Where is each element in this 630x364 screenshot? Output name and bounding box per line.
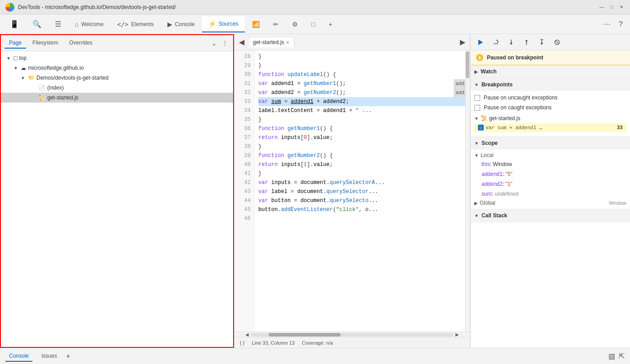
tab-add[interactable]: +	[322, 16, 338, 32]
svg-marker-4	[510, 43, 513, 45]
window-controls[interactable]: — □ ✕	[598, 4, 625, 10]
resume-button[interactable]	[474, 36, 487, 49]
breakpoints-content: Pause on uncaught exceptions Pause on ca…	[471, 91, 630, 136]
main-area: Page Filesystem Overrides ⌄ ⋮ ▼ □ top ▼ …	[0, 34, 630, 348]
editor-nav-right[interactable]: ▶	[457, 38, 468, 46]
scrollbar-track	[251, 333, 454, 337]
bp-entry-text: var sum = addend1 …	[486, 125, 615, 130]
tab-application[interactable]: □	[305, 16, 321, 32]
scope-key-sum: sum	[482, 191, 492, 197]
watch-section-header[interactable]: ▶ Watch	[471, 65, 630, 78]
step-into-button[interactable]	[505, 36, 518, 49]
panel-tab-page[interactable]: Page	[4, 38, 26, 49]
settings-icon[interactable]: ⇱	[619, 352, 625, 360]
scope-local-arrow: ▼	[474, 153, 479, 158]
bp-entry-33[interactable]: ✓ var sum = addend1 … 33	[474, 123, 626, 132]
file-tree: ▼ □ top ▼ ☁ microsoftedge.github.io ▼ 📁 …	[1, 51, 233, 347]
tree-item-domain[interactable]: ▼ ☁ microsoftedge.github.io	[1, 63, 233, 73]
title-bar: DevTools - microsoftedge.github.io/Demos…	[0, 0, 630, 14]
tab-help-button[interactable]: ?	[615, 20, 626, 28]
code-line-46	[258, 214, 466, 223]
code-line-45: button.addEventListener("click", o...	[258, 205, 466, 214]
editor-tab-close[interactable]: ✕	[286, 40, 289, 45]
tab-elements[interactable]: </> Elements	[111, 16, 160, 32]
bottom-tab-issues[interactable]: Issues	[38, 351, 61, 362]
code-line-44: var button = document.querySelecto...	[258, 196, 466, 205]
bottom-tab-console[interactable]: Console	[5, 351, 32, 362]
code-line-31: var addend1 = getNumber1(); add	[258, 79, 466, 88]
pause-uncaught-checkbox[interactable]	[474, 95, 480, 101]
breakpoints-arrow: ▼	[474, 82, 479, 87]
editor-nav-back[interactable]: ◀	[236, 38, 247, 46]
panel-tab-filesystem[interactable]: Filesystem	[28, 38, 63, 49]
tab-console[interactable]: ▶ Console	[161, 16, 201, 32]
step-out-button[interactable]	[520, 36, 533, 49]
pause-uncaught-label: Pause on uncaught exceptions	[484, 94, 558, 101]
tab-settings-gear[interactable]: ⚙	[286, 16, 304, 32]
folder-icon: 📁	[28, 75, 35, 81]
pause-caught-checkbox[interactable]	[474, 105, 480, 111]
scope-global-header[interactable]: ▶ Global Window	[474, 199, 626, 207]
scope-key-addend2: addend2	[482, 181, 503, 187]
scope-val-sum: undefined	[495, 191, 518, 197]
editor-tab-getstarted[interactable]: get-started.js ✕	[248, 37, 294, 47]
code-line-35: }	[258, 115, 466, 124]
breakpoints-section-header[interactable]: ▼ Breakpoints	[471, 78, 630, 91]
bp-entry-check: ✓	[478, 125, 484, 130]
scope-val-addend2: "1"	[505, 181, 512, 187]
bp-file-arrow: ▼	[474, 116, 479, 121]
tree-label-domain: microsoftedge.github.io	[28, 65, 84, 71]
code-status-bar: { } Line 33, Column 13 Coverage: n/a	[234, 337, 470, 348]
tab-toggle-sidebar[interactable]: ☰	[49, 16, 68, 32]
tree-item-folder[interactable]: ▼ 📁 Demos/devtools-js-get-started	[1, 73, 233, 83]
bottom-right-icons: ▧ ⇱	[608, 352, 625, 360]
dock-icon[interactable]: ▧	[608, 352, 615, 360]
network-icon: 📶	[252, 21, 260, 28]
tree-item-index[interactable]: ▶ 📄 (index)	[1, 83, 233, 93]
deactivate-button[interactable]	[551, 36, 563, 49]
step-over-button[interactable]	[490, 36, 502, 49]
tree-label-index: (index)	[47, 85, 64, 91]
gear-icon: ⚙	[292, 21, 298, 28]
tab-welcome[interactable]: ⌂ Welcome	[68, 16, 110, 32]
code-scroll[interactable]: 28 29 30 31 32 33 34 35 36 37 38 39 40 4…	[234, 50, 470, 332]
tab-inspect[interactable]: 🔍	[26, 16, 48, 32]
panel-tab-menu[interactable]: ⋮	[220, 39, 230, 48]
tree-item-top[interactable]: ▼ □ top	[1, 53, 233, 63]
tab-more-button[interactable]: ⋯	[600, 20, 614, 28]
panel-tab-dropdown[interactable]: ⌄	[210, 39, 219, 48]
scroll-right-arrow[interactable]: ▶	[454, 332, 461, 337]
tree-item-getstarted[interactable]: ▶ 📜 get-started.js	[1, 93, 233, 103]
scope-val-this: Window	[493, 161, 512, 167]
minimize-button[interactable]: —	[598, 4, 605, 10]
scope-section: ▼ Scope ▼ Local this: Window addend1: "5…	[471, 137, 630, 209]
sources-icon: ⚡	[208, 20, 216, 27]
scope-content: ▼ Local this: Window addend1: "5" addend…	[471, 149, 630, 209]
tab-sources[interactable]: ⚡ Sources	[202, 16, 245, 32]
step-button[interactable]	[536, 36, 548, 49]
scroll-left-arrow[interactable]: ◀	[243, 332, 251, 337]
svg-marker-0	[478, 40, 483, 45]
tab-device-toolbar[interactable]: 📱	[4, 16, 25, 32]
close-button[interactable]: ✕	[618, 4, 625, 10]
scope-arrow: ▼	[474, 141, 479, 146]
scope-key-this: this	[482, 161, 490, 167]
call-stack-header[interactable]: ▼ Call Stack	[471, 209, 630, 222]
scope-local-header[interactable]: ▼ Local	[474, 151, 626, 159]
panel-tab-overrides[interactable]: Overrides	[64, 38, 97, 49]
maximize-button[interactable]: □	[608, 4, 615, 10]
scope-section-header[interactable]: ▼ Scope	[471, 137, 630, 149]
tab-network[interactable]: 📶	[246, 16, 266, 32]
code-line-42: var inputs = document.querySelectorA...	[258, 178, 466, 187]
scrollbar-thumb[interactable]	[269, 333, 341, 337]
vertical-scrollbar[interactable]	[465, 50, 470, 332]
scope-item-addend2: addend2: "1"	[482, 179, 626, 189]
call-stack-label: Call Stack	[482, 212, 507, 219]
application-icon: □	[311, 21, 315, 28]
add-tab-button[interactable]: +	[66, 352, 70, 360]
debug-toolbar	[471, 34, 630, 50]
code-lines: } } function updateLabel() { var addend1…	[255, 50, 470, 332]
scope-item-sum: sum: undefined	[482, 189, 626, 199]
tab-performance[interactable]: ✏	[267, 16, 285, 32]
horizontal-scrollbar[interactable]: ◀ ▶	[234, 332, 470, 337]
